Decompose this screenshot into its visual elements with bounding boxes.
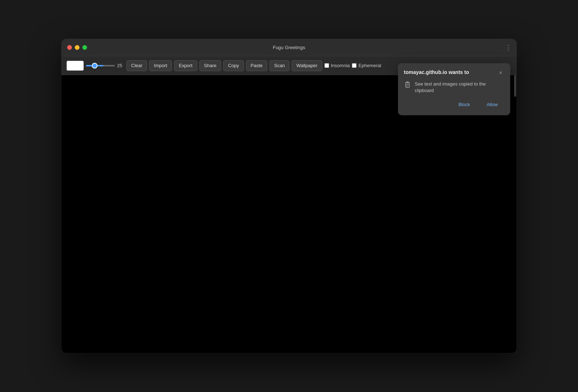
title-bar: Fugu Greetings ⋮	[61, 39, 517, 56]
minimize-button[interactable]	[75, 45, 79, 50]
copy-button[interactable]: Copy	[223, 60, 243, 71]
window-title: Fugu Greetings	[273, 45, 305, 50]
insomnia-label: Insomnia	[331, 63, 350, 68]
brush-size-value: 25	[117, 63, 124, 68]
insomnia-checkbox-label[interactable]: Insomnia	[324, 63, 350, 68]
paste-button[interactable]: Paste	[246, 60, 267, 71]
insomnia-checkbox[interactable]	[324, 63, 329, 68]
block-button[interactable]: Block	[452, 100, 476, 109]
canvas-area[interactable]	[61, 75, 517, 353]
scan-button[interactable]: Scan	[269, 60, 290, 71]
scrollbar-thumb[interactable]	[514, 75, 516, 97]
popup-header: tomayac.github.io wants to ×	[404, 69, 504, 77]
popup-title: tomayac.github.io wants to	[404, 69, 469, 75]
menu-icon[interactable]: ⋮	[505, 44, 512, 52]
close-button[interactable]	[67, 45, 72, 50]
clear-button[interactable]: Clear	[126, 60, 147, 71]
share-button[interactable]: Share	[199, 60, 221, 71]
brush-size-slider-container: 25	[86, 63, 124, 68]
popup-body: See text and images copied to the clipbo…	[404, 81, 504, 94]
ephemeral-checkbox-label[interactable]: Ephemeral	[352, 63, 381, 68]
app-window: Fugu Greetings ⋮ 25 Clear Import Export …	[61, 39, 517, 353]
popup-message: See text and images copied to the clipbo…	[415, 81, 504, 94]
import-button[interactable]: Import	[149, 60, 172, 71]
ephemeral-label: Ephemeral	[358, 63, 381, 68]
traffic-lights	[67, 45, 87, 50]
maximize-button[interactable]	[82, 45, 87, 50]
popup-close-button[interactable]: ×	[497, 69, 504, 77]
export-button[interactable]: Export	[174, 60, 197, 71]
color-swatch[interactable]	[66, 61, 84, 71]
popup-actions: Block Allow	[404, 100, 504, 109]
wallpaper-button[interactable]: Wallpaper	[292, 60, 322, 71]
brush-size-slider[interactable]	[86, 65, 115, 66]
clipboard-icon	[404, 81, 411, 88]
clipboard-permission-popup: tomayac.github.io wants to × See text an…	[398, 64, 510, 115]
allow-button[interactable]: Allow	[480, 100, 504, 109]
svg-rect-0	[406, 82, 409, 87]
scrollbar-track[interactable]	[513, 75, 517, 353]
ephemeral-checkbox[interactable]	[352, 63, 357, 68]
